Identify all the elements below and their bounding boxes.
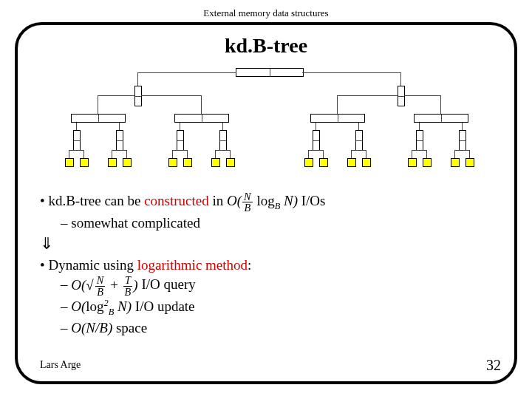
bullet1-mid: in bbox=[209, 193, 227, 208]
sub2b-suffix: I/O update bbox=[132, 299, 194, 314]
qb: B bbox=[95, 287, 106, 297]
sub2c-suffix: space bbox=[112, 320, 147, 335]
log-arg: N bbox=[284, 193, 293, 208]
bullet1-suffix: I/Os bbox=[298, 193, 325, 208]
sub-bullet-2c: – O(N/B) space bbox=[40, 318, 492, 338]
sub-bullet-1: – somewhat complicated bbox=[40, 214, 492, 233]
big-o-q: O bbox=[71, 277, 81, 293]
sub1-text: somewhat complicated bbox=[71, 215, 200, 231]
course-header: External memory data structures bbox=[0, 7, 532, 19]
qn: N bbox=[95, 275, 106, 286]
slide-title: kd.B-tree bbox=[18, 34, 514, 58]
qt: T bbox=[123, 275, 133, 286]
footer-author: Lars Arge bbox=[40, 359, 81, 371]
bullet1-highlight: constructed bbox=[144, 193, 209, 208]
log: log bbox=[256, 193, 274, 208]
bullet2-suffix: : bbox=[248, 257, 251, 273]
down-arrow: ⇓ bbox=[40, 233, 492, 256]
frac-num: N bbox=[242, 191, 253, 202]
log-u: log bbox=[86, 299, 103, 314]
slide-content: • kd.B-tree can be constructed in O(NB l… bbox=[40, 191, 492, 338]
sub2a-suffix: I/O query bbox=[138, 277, 196, 293]
footer-page-number: 32 bbox=[486, 357, 501, 374]
bullet2-prefix: Dynamic using bbox=[48, 257, 137, 273]
log-un: N bbox=[117, 299, 127, 314]
query-cost: O(√NB + TB) bbox=[71, 277, 137, 293]
bullet1-prefix: kd.B-tree can be bbox=[48, 193, 144, 208]
bullet-1: • kd.B-tree can be constructed in O(NB l… bbox=[40, 191, 492, 214]
qtb: B bbox=[123, 287, 133, 297]
bullet2-highlight: logarithmic method bbox=[137, 257, 248, 273]
log-ub: B bbox=[109, 307, 115, 317]
frac-den: B bbox=[242, 202, 253, 213]
big-o-u: O bbox=[71, 299, 81, 314]
sub-bullet-2a: – O(√NB + TB) I/O query bbox=[40, 275, 492, 297]
slide-frame: kd.B-tree bbox=[15, 22, 517, 384]
sub-bullet-2b: – O(log2B N) I/O update bbox=[40, 297, 492, 318]
tree-diagram bbox=[47, 68, 491, 179]
construction-cost: O(NB logB N) bbox=[227, 193, 298, 208]
log-base: B bbox=[275, 201, 281, 211]
space-b: B bbox=[99, 320, 108, 335]
big-o-s: O bbox=[71, 320, 81, 335]
big-o: O bbox=[227, 193, 237, 208]
bullet-2: • Dynamic using logarithmic method: bbox=[40, 256, 492, 276]
space-cost: O(N/B) bbox=[71, 320, 112, 335]
update-cost: O(log2B N) bbox=[71, 299, 132, 314]
space-n: N bbox=[86, 320, 95, 335]
